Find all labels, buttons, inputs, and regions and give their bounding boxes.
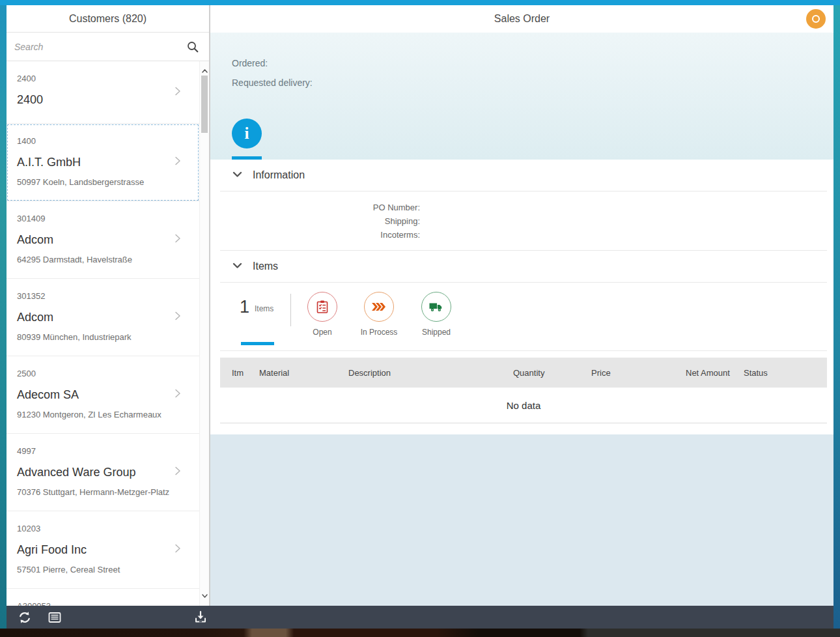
- footer-toolbar: [7, 606, 833, 629]
- open-clipboard-icon: [307, 292, 337, 322]
- list-item[interactable]: 2400 2400: [7, 61, 199, 124]
- list-scrollbar[interactable]: [199, 61, 209, 606]
- desktop-edge-right: [833, 5, 840, 629]
- detail-header: Sales Order: [210, 5, 833, 33]
- customer-address: 64295 Darmstadt, Havelstraße: [17, 255, 173, 264]
- scroll-down-icon[interactable]: [201, 590, 208, 602]
- customer-list: 2400 2400 1400 A.I.T. GmbH 50997 Koeln, …: [7, 61, 209, 606]
- shipping-label: Shipping:: [210, 214, 420, 228]
- list-item[interactable]: 301352 Adcom 80939 München, Industriepar…: [7, 279, 199, 356]
- screen: Customers (820) 2400 2400: [0, 0, 840, 637]
- filter-tab-in-process[interactable]: In Process: [349, 292, 409, 337]
- requested-delivery-label: Requested delivery:: [232, 78, 833, 88]
- section-items[interactable]: Items: [220, 251, 827, 283]
- column-header-quantity: Quantity: [513, 368, 591, 378]
- chevron-right-icon: [173, 86, 182, 99]
- items-table: Itm Material Description Quantity Price …: [220, 358, 827, 423]
- customer-number: 2500: [17, 369, 173, 378]
- info-tab[interactable]: i: [232, 119, 262, 149]
- items-table-header: Itm Material Description Quantity Price …: [220, 358, 827, 388]
- customer-address: 70376 Stuttgart, Hermann-Metzger-Platz: [17, 487, 173, 497]
- chevron-right-icon: [173, 311, 182, 324]
- section-title: Information: [253, 169, 305, 181]
- shipped-truck-icon: [421, 292, 451, 322]
- customer-name: A.I.T. GmbH: [17, 155, 173, 169]
- customer-number: 10203: [17, 524, 173, 533]
- customer-name: Agri Food Inc: [17, 543, 173, 557]
- ordered-label: Ordered:: [232, 58, 833, 68]
- customer-number: 301352: [17, 291, 173, 301]
- customers-panel: Customers (820) 2400 2400: [7, 5, 210, 606]
- list-item[interactable]: 10203 Agri Food Inc 57501 Pierre, Cereal…: [7, 511, 199, 589]
- customer-name: Adecom SA: [17, 388, 173, 402]
- page-title: Sales Order: [494, 13, 550, 25]
- items-count-tab[interactable]: 1 Items: [240, 297, 273, 317]
- customer-name: Advanced Ware Group: [17, 465, 173, 479]
- vertical-divider: [290, 294, 291, 326]
- connection-status-badge[interactable]: [806, 9, 826, 29]
- customer-address: 50997 Koeln, Landsbergerstrasse: [17, 177, 173, 187]
- detail-background: [210, 434, 833, 606]
- customer-name: Adcom: [17, 233, 173, 247]
- po-number-label: PO Number:: [210, 201, 420, 214]
- customer-address: 57501 Pierre, Cereal Street: [17, 565, 173, 574]
- incoterms-label: Incoterms:: [210, 228, 420, 242]
- chevron-down-icon: [232, 169, 243, 182]
- selected-tab-underline: [241, 342, 274, 345]
- list-item[interactable]: 301409 Adcom 64295 Darmstadt, Havelstraß…: [7, 201, 199, 279]
- chevron-down-icon: [232, 260, 243, 274]
- filter-tab-label: Shipped: [422, 328, 451, 337]
- chevron-right-icon: [173, 466, 182, 479]
- section-information[interactable]: Information: [220, 160, 827, 191]
- search-input[interactable]: [14, 42, 184, 52]
- section-title: Items: [253, 261, 278, 272]
- no-data-row: No data: [220, 388, 827, 423]
- list-item-selected[interactable]: 1400 A.I.T. GmbH 50997 Koeln, Landsberge…: [7, 124, 199, 201]
- list-item[interactable]: 2500 Adecom SA 91230 Montgeron, ZI Les E…: [7, 356, 199, 434]
- items-count: 1: [240, 297, 249, 317]
- spacer: [210, 423, 833, 434]
- desktop-edge-top: [0, 0, 840, 5]
- customer-number: 301409: [17, 214, 173, 223]
- column-header-material: Material: [259, 368, 348, 378]
- customer-number: A300053: [17, 601, 173, 606]
- column-header-status: Status: [744, 368, 827, 378]
- search-icon[interactable]: [184, 38, 201, 55]
- customer-name: Adcom: [17, 310, 173, 324]
- items-filter-bar: 1 Items: [220, 283, 827, 351]
- chevron-right-icon: [173, 388, 182, 401]
- information-form: PO Number: Shipping: Incoterms:: [210, 191, 833, 250]
- filter-tab-label: Open: [313, 328, 331, 337]
- in-process-chevrons-icon: [364, 292, 394, 322]
- customer-address: 80939 München, Industriepark: [17, 332, 173, 342]
- refresh-icon[interactable]: [16, 608, 34, 627]
- list-item[interactable]: 4997 Advanced Ware Group 70376 Stuttgart…: [7, 434, 199, 511]
- customer-number: 2400: [17, 74, 173, 83]
- customer-name: 2400: [17, 92, 173, 107]
- items-count-label: Items: [255, 304, 273, 313]
- info-tab-underline: [232, 156, 262, 160]
- column-header-description: Description: [348, 368, 513, 378]
- search-row: [7, 33, 209, 61]
- order-object-header: Ordered: Requested delivery: i: [210, 33, 833, 160]
- customer-number: 1400: [17, 136, 173, 146]
- scrollbar-thumb[interactable]: [201, 76, 208, 133]
- chevron-right-icon: [173, 543, 182, 556]
- customer-number: 4997: [17, 446, 173, 456]
- circle-icon: [812, 15, 820, 23]
- download-icon[interactable]: [191, 608, 210, 627]
- app-window: Customers (820) 2400 2400: [7, 5, 833, 629]
- column-header-net-amount: Net Amount: [686, 368, 744, 378]
- customer-address: 91230 Montgeron, ZI Les Echarmeaux: [17, 410, 173, 419]
- desktop-edge-left: [0, 5, 7, 629]
- column-header-price: Price: [591, 368, 686, 378]
- desktop-edge-bottom: [0, 629, 840, 637]
- list-item[interactable]: A300053: [7, 589, 199, 606]
- chevron-right-icon: [173, 156, 182, 169]
- column-header-itm: Itm: [232, 368, 259, 378]
- chevron-right-icon: [173, 233, 182, 246]
- filter-tab-open[interactable]: Open: [292, 292, 352, 337]
- filter-tab-shipped[interactable]: Shipped: [406, 292, 466, 337]
- message-log-icon[interactable]: [46, 608, 64, 627]
- filter-tab-label: In Process: [361, 328, 398, 337]
